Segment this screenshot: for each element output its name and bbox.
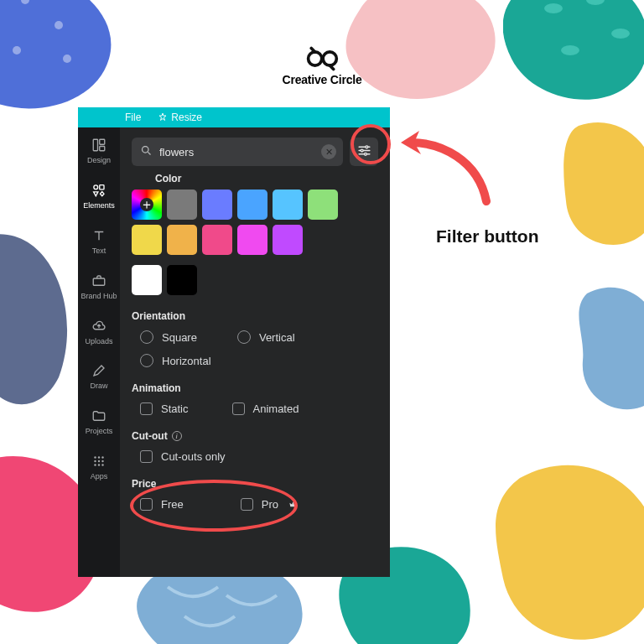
folder-icon — [91, 408, 107, 424]
svg-point-30 — [361, 149, 363, 152]
svg-point-22 — [101, 460, 103, 462]
svg-rect-16 — [93, 278, 105, 285]
menu-resize[interactable]: Resize — [158, 112, 202, 123]
svg-point-10 — [323, 52, 336, 65]
cutouts-only[interactable]: Cut-outs only — [140, 450, 226, 463]
layout-icon — [91, 137, 107, 153]
svg-point-32 — [364, 153, 366, 155]
svg-point-24 — [98, 465, 100, 466]
svg-point-20 — [94, 460, 96, 462]
svg-point-14 — [94, 185, 98, 190]
orientation-vertical[interactable]: Vertical — [237, 330, 295, 344]
svg-rect-12 — [100, 139, 105, 144]
price-free[interactable]: Free — [140, 498, 184, 511]
svg-point-19 — [101, 457, 103, 459]
svg-rect-13 — [100, 147, 105, 151]
color-swatch[interactable] — [202, 225, 232, 255]
svg-point-9 — [308, 52, 321, 65]
apps-grid-icon — [91, 453, 107, 470]
search-box[interactable]: ✕ — [132, 138, 343, 166]
svg-point-21 — [98, 460, 100, 462]
svg-point-28 — [365, 145, 367, 148]
filter-section-price: Price — [132, 478, 378, 490]
sidebar-item-uploads[interactable]: Uploads — [78, 309, 120, 354]
color-swatch[interactable] — [167, 190, 197, 220]
svg-point-26 — [143, 146, 149, 153]
pencil-icon — [91, 362, 107, 379]
search-input[interactable] — [159, 146, 314, 158]
price-pro[interactable]: Pro — [241, 498, 298, 511]
search-icon — [140, 144, 153, 160]
filter-section-color: Color — [155, 173, 378, 184]
sidebar-item-draw[interactable]: Draw — [78, 353, 120, 398]
sidebar-item-brand-hub[interactable]: Brand Hub — [78, 263, 120, 309]
svg-point-23 — [94, 465, 96, 466]
sidebar-item-design[interactable]: Design — [78, 127, 120, 173]
svg-point-7 — [611, 29, 630, 39]
orientation-square[interactable]: Square — [140, 330, 197, 344]
info-icon[interactable]: i — [172, 431, 182, 441]
svg-point-18 — [98, 457, 100, 459]
color-swatch[interactable] — [202, 190, 232, 220]
clear-search-button[interactable]: ✕ — [321, 144, 336, 159]
animation-animated[interactable]: Animated — [232, 402, 299, 415]
color-swatch[interactable] — [308, 190, 338, 220]
color-swatch[interactable] — [167, 265, 197, 295]
sidebar-item-elements[interactable]: Elements — [78, 173, 120, 218]
app-window: File Resize Design Elements Text Brand H… — [78, 107, 390, 577]
brand-logo — [304, 46, 340, 71]
sidebar-item-apps[interactable]: Apps — [78, 444, 120, 489]
sidebar-item-projects[interactable]: Projects — [78, 398, 120, 444]
topbar: File Resize — [78, 107, 390, 127]
filter-section-orientation: Orientation — [132, 310, 378, 322]
color-swatch[interactable] — [167, 225, 197, 255]
brand-block: Creative Circle — [282, 46, 361, 86]
sliders-icon — [357, 143, 371, 161]
briefcase-icon — [91, 273, 107, 289]
color-swatch[interactable] — [132, 265, 162, 295]
text-icon — [91, 227, 107, 244]
filter-button[interactable] — [350, 138, 378, 166]
cloud-upload-icon — [91, 318, 107, 335]
sidebar-item-text[interactable]: Text — [78, 218, 120, 263]
animation-static[interactable]: Static — [140, 402, 189, 415]
svg-point-3 — [13, 46, 21, 55]
left-sidebar: Design Elements Text Brand Hub Uploads D… — [78, 107, 120, 577]
filter-section-animation: Animation — [132, 382, 378, 394]
svg-point-8 — [561, 45, 579, 55]
orientation-horizontal[interactable]: Horizontal — [140, 354, 211, 367]
color-swatches: ＋ — [132, 190, 350, 295]
svg-rect-15 — [100, 185, 104, 190]
annotation-arrow — [394, 126, 512, 218]
svg-point-2 — [55, 21, 63, 29]
brand-name: Creative Circle — [282, 73, 361, 86]
color-swatch[interactable] — [132, 225, 162, 255]
svg-point-5 — [544, 3, 563, 13]
svg-point-17 — [94, 457, 96, 459]
svg-point-4 — [63, 55, 71, 63]
svg-rect-11 — [93, 139, 97, 151]
color-swatch[interactable] — [273, 225, 303, 255]
add-color-swatch[interactable]: ＋ — [132, 190, 162, 220]
color-swatch[interactable] — [237, 190, 267, 220]
filter-section-cutout: Cut-out i — [132, 430, 378, 442]
color-swatch[interactable] — [237, 225, 267, 255]
filter-panel: ✕ Color ＋ Orientation Square V — [120, 127, 390, 577]
annotation-label: Filter button — [436, 226, 538, 247]
menu-file[interactable]: File — [125, 112, 141, 123]
color-swatch[interactable] — [273, 190, 303, 220]
svg-point-25 — [101, 465, 103, 466]
shapes-icon — [91, 182, 107, 199]
